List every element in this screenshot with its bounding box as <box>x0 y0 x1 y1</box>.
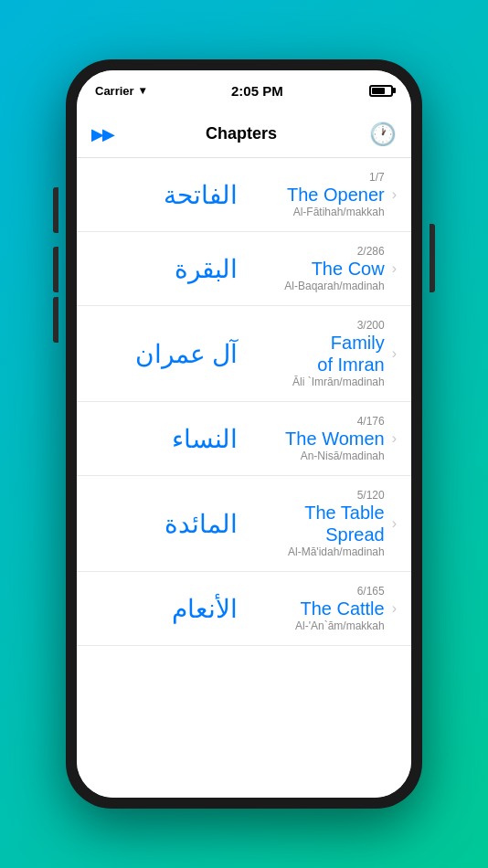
chapter-sub: Al-Mā'idah/madinah <box>288 545 385 558</box>
chapter-sub: Al-Baqarah/madinah <box>284 280 384 292</box>
status-time: 2:05 PM <box>231 83 283 99</box>
chapter-number: 5/120 <box>357 489 385 502</box>
status-right <box>369 85 393 97</box>
status-left: Carrier ▾ <box>95 84 145 98</box>
arabic-text: النساء <box>91 424 238 454</box>
chapter-number: 4/176 <box>357 415 385 428</box>
chapter-info: 3/200 Family of Imran Āli `Imrān/madinah <box>238 319 384 388</box>
list-item[interactable]: الفاتحة 1/7 The Opener Al-Fātihah/makkah… <box>77 158 411 232</box>
arabic-text: الفاتحة <box>91 180 238 210</box>
history-button[interactable]: 🕐 <box>369 122 397 147</box>
chapter-info: 1/7 The Opener Al-Fātihah/makkah <box>238 171 384 218</box>
chapter-sub: Al-Fātihah/makkah <box>293 206 385 218</box>
chapter-info: 5/120 The Table Spread Al-Mā'idah/madina… <box>238 489 384 558</box>
chevron-right-icon: › <box>392 260 397 277</box>
list-item[interactable]: البقرة 2/286 The Cow Al-Baqarah/madinah … <box>77 232 411 306</box>
play-button[interactable]: ▶▶ <box>91 124 113 144</box>
chapter-number: 3/200 <box>357 319 385 332</box>
chapter-list: الفاتحة 1/7 The Opener Al-Fātihah/makkah… <box>77 158 411 798</box>
battery-icon <box>369 85 393 97</box>
phone-screen: Carrier ▾ 2:05 PM ▶▶ Chapters 🕐 <box>77 70 411 798</box>
chevron-right-icon: › <box>392 600 397 617</box>
chevron-right-icon: › <box>392 345 397 362</box>
nav-title: Chapters <box>206 124 277 143</box>
chapter-info: 6/165 The Cattle Al-'An`ām/makkah <box>238 585 384 632</box>
chapter-name: The Women <box>285 428 385 450</box>
chevron-right-icon: › <box>392 430 397 447</box>
list-item[interactable]: الأنعام 6/165 The Cattle Al-'An`ām/makka… <box>77 572 411 646</box>
arabic-text: الأنعام <box>91 594 238 624</box>
chapter-sub: Al-'An`ām/makkah <box>295 619 385 632</box>
chapter-number: 6/165 <box>357 585 385 598</box>
chapter-sub: Āli `Imrān/madinah <box>292 376 385 388</box>
chapter-number: 2/286 <box>357 245 385 258</box>
arabic-text: آل عمران <box>91 339 238 369</box>
arabic-text: البقرة <box>91 254 238 284</box>
play-icon: ▶▶ <box>91 124 113 144</box>
chapter-name: The Cow <box>312 258 385 280</box>
list-item[interactable]: آل عمران 3/200 Family of Imran Āli `Imrā… <box>77 306 411 402</box>
chapter-name: The Table Spread <box>304 502 384 545</box>
list-item[interactable]: المائدة 5/120 The Table Spread Al-Mā'ida… <box>77 476 411 572</box>
chevron-right-icon: › <box>392 515 397 532</box>
chapter-name: The Opener <box>287 184 385 206</box>
arabic-text: المائدة <box>91 509 238 539</box>
chapter-sub: An-Nisā/madinah <box>301 450 385 462</box>
status-bar: Carrier ▾ 2:05 PM <box>77 70 411 111</box>
carrier-label: Carrier <box>95 84 134 98</box>
history-icon: 🕐 <box>369 122 397 147</box>
list-item[interactable]: النساء 4/176 The Women An-Nisā/madinah › <box>77 402 411 476</box>
chapter-name: Family of Imran <box>317 332 384 376</box>
chevron-right-icon: › <box>392 186 397 203</box>
wifi-icon: ▾ <box>140 84 145 97</box>
chapter-number: 1/7 <box>369 171 385 184</box>
battery-fill <box>372 88 385 94</box>
nav-bar: ▶▶ Chapters 🕐 <box>77 111 411 158</box>
chapter-info: 2/286 The Cow Al-Baqarah/madinah <box>238 245 384 292</box>
chapter-name: The Cattle <box>300 598 384 619</box>
chapter-info: 4/176 The Women An-Nisā/madinah <box>238 415 384 462</box>
phone-frame: Carrier ▾ 2:05 PM ▶▶ Chapters 🕐 <box>66 59 422 809</box>
